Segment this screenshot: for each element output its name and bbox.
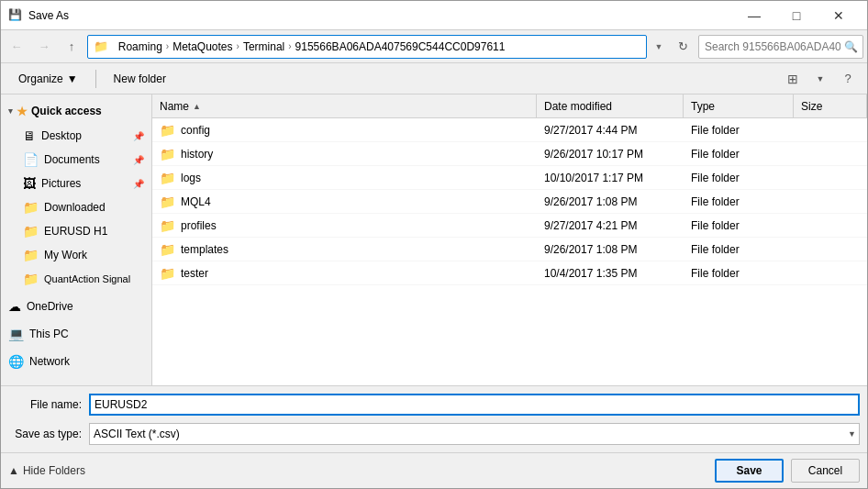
file-name-cell: MQL4 [181, 195, 211, 208]
path-metaquotes[interactable]: MetaQuotes [172, 40, 232, 53]
sidebar-item-downloaded-label: Downloaded [44, 201, 106, 214]
save-as-type-label: Save as type: [8, 428, 82, 440]
file-name-cell: profiles [181, 219, 217, 232]
sidebar-item-mywork[interactable]: 📁 My Work [1, 243, 151, 267]
organize-label: Organize [18, 72, 63, 85]
folder-icon: 📁 [160, 266, 175, 281]
view-dropdown-button[interactable]: ▼ [808, 67, 832, 91]
path-roaming[interactable]: Roaming [118, 40, 162, 53]
col-header-name[interactable]: Name ▲ [152, 94, 537, 117]
help-button[interactable]: ? [836, 67, 860, 91]
address-bar: ← → ↑ 📁 Roaming › MetaQuotes › Terminal … [1, 30, 867, 63]
toolbar-separator [95, 70, 96, 88]
forward-button[interactable]: → [32, 35, 56, 59]
refresh-button[interactable]: ↻ [671, 35, 695, 59]
quick-access-star-icon: ★ [17, 105, 28, 118]
file-cell-name: 📁 profiles [152, 218, 537, 233]
col-size-label: Size [801, 100, 822, 113]
col-header-type[interactable]: Type [684, 94, 794, 117]
sidebar: ▾ ★ Quick access 🖥 Desktop 📌 📄 Documents… [1, 94, 152, 385]
sidebar-item-desktop[interactable]: 🖥 Desktop 📌 [1, 124, 151, 148]
sidebar-item-quantaction-label: QuantAction Signal [44, 273, 130, 284]
sidebar-item-thispc[interactable]: 💻 This PC [1, 322, 151, 346]
title-bar: 💾 Save As — □ ✕ [1, 1, 867, 30]
pin-icon-documents: 📌 [133, 155, 144, 165]
documents-icon: 📄 [23, 152, 39, 167]
sidebar-item-documents-label: Documents [44, 153, 100, 166]
hide-folders-label: Hide Folders [23, 464, 85, 477]
col-date-label: Date modified [544, 100, 612, 113]
path-guid[interactable]: 915566BA06ADA407569C544CC0D97611 [295, 40, 506, 53]
organize-dropdown-icon: ▼ [67, 72, 78, 85]
network-section: 🌐 Network [1, 350, 151, 373]
window-title: Save As [28, 9, 733, 22]
file-name-cell: logs [181, 172, 201, 184]
file-name-cell: templates [181, 243, 228, 256]
sidebar-item-thispc-label: This PC [29, 328, 69, 340]
save-button[interactable]: Save [715, 459, 784, 483]
path-terminal[interactable]: Terminal [243, 40, 284, 53]
file-cell-name: 📁 config [152, 123, 537, 138]
sidebar-item-mywork-label: My Work [44, 249, 87, 261]
file-cell-date: 9/26/2017 10:17 PM [537, 148, 684, 161]
action-row: ▲ Hide Folders Save Cancel [1, 452, 867, 488]
cancel-button[interactable]: Cancel [791, 459, 860, 483]
pictures-icon: 🖼 [23, 176, 36, 191]
search-input[interactable] [698, 35, 863, 59]
file-cell-name: 📁 logs [152, 171, 537, 185]
sort-indicator: ▲ [193, 102, 201, 111]
file-type-select[interactable]: ASCII Text (*.csv) [89, 423, 860, 445]
close-button[interactable]: ✕ [818, 1, 860, 30]
save-as-dialog: 💾 Save As — □ ✕ ← → ↑ 📁 Roaming › MetaQu… [0, 0, 868, 489]
up-button[interactable]: ↑ [60, 35, 83, 59]
path-separator-1 [112, 41, 115, 51]
col-header-size[interactable]: Size [794, 94, 867, 117]
file-cell-type: File folder [684, 124, 794, 137]
thispc-section: 💻 This PC [1, 322, 151, 346]
toolbar: Organize ▼ New folder ⊞ ▼ ? [1, 63, 867, 94]
hide-folders-chevron: ▲ [8, 464, 19, 477]
sidebar-item-onedrive[interactable]: ☁ OneDrive [1, 295, 151, 318]
help-icon: ? [844, 72, 851, 85]
table-row[interactable]: 📁 templates 9/26/2017 1:08 PM File folde… [152, 238, 867, 261]
sidebar-item-quantaction[interactable]: 📁 QuantAction Signal [1, 267, 151, 291]
maximize-button[interactable]: □ [775, 1, 818, 30]
network-icon: 🌐 [8, 354, 24, 369]
view-mode-button[interactable]: ⊞ [781, 67, 805, 91]
folder-icon: 📁 [160, 171, 175, 185]
table-row[interactable]: 📁 MQL4 9/26/2017 1:08 PM File folder [152, 190, 867, 214]
sidebar-item-downloaded[interactable]: 📁 Downloaded [1, 195, 151, 219]
file-list: Name ▲ Date modified Type Size 📁 config [152, 94, 867, 385]
table-row[interactable]: 📁 logs 10/10/2017 1:17 PM File folder [152, 166, 867, 190]
sidebar-item-pictures[interactable]: 🖼 Pictures 📌 [1, 172, 151, 195]
folder-icon: 📁 [160, 147, 175, 161]
table-row[interactable]: 📁 tester 10/4/2017 1:35 PM File folder [152, 261, 867, 285]
sidebar-item-eurusd[interactable]: 📁 EURUSD H1 [1, 219, 151, 243]
file-name-label: File name: [8, 398, 82, 411]
pin-icon-pictures: 📌 [133, 179, 144, 189]
mywork-folder-icon: 📁 [23, 248, 39, 262]
quick-access-label: Quick access [31, 105, 102, 117]
minimize-button[interactable]: — [733, 1, 775, 30]
sidebar-item-desktop-label: Desktop [41, 129, 82, 142]
new-folder-button[interactable]: New folder [104, 67, 176, 91]
table-row[interactable]: 📁 profiles 9/27/2017 4:21 PM File folder [152, 214, 867, 238]
quick-access-chevron: ▾ [8, 106, 13, 116]
organize-button[interactable]: Organize ▼ [8, 67, 88, 91]
file-cell-name: 📁 tester [152, 266, 537, 281]
path-dropdown-button[interactable]: ▼ [651, 36, 667, 58]
table-row[interactable]: 📁 history 9/26/2017 10:17 PM File folder [152, 142, 867, 166]
sidebar-item-eurusd-label: EURUSD H1 [44, 225, 107, 238]
file-name-input[interactable] [89, 394, 860, 416]
file-type-row: Save as type: ASCII Text (*.csv) ▼ [1, 419, 867, 452]
quick-access-header[interactable]: ▾ ★ Quick access [1, 98, 151, 124]
table-row[interactable]: 📁 config 9/27/2017 4:44 PM File folder [152, 118, 867, 142]
col-header-date[interactable]: Date modified [537, 94, 684, 117]
sidebar-item-documents[interactable]: 📄 Documents 📌 [1, 148, 151, 172]
hide-folders-button[interactable]: ▲ Hide Folders [8, 464, 85, 477]
sidebar-item-network[interactable]: 🌐 Network [1, 350, 151, 373]
title-bar-controls: — □ ✕ [733, 1, 860, 30]
file-cell-date: 9/27/2017 4:44 PM [537, 124, 684, 137]
back-button[interactable]: ← [5, 35, 28, 59]
file-cell-type: File folder [684, 195, 794, 208]
